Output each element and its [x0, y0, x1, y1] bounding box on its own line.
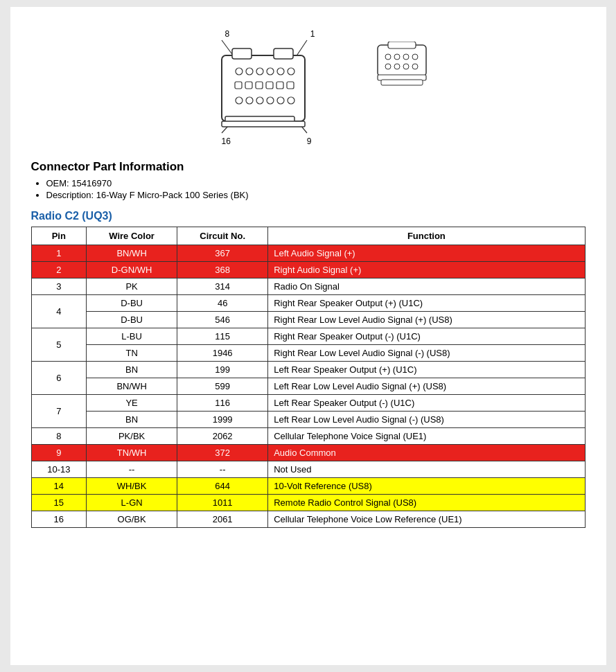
cell-pin: 2 — [31, 262, 87, 278]
table-row: 16OG/BK2061Cellular Telephone Voice Low … — [31, 511, 585, 528]
cell-circuit: 367 — [177, 245, 268, 262]
cell-wire-color: D-BU — [87, 312, 177, 328]
table-row: 14WH/BK64410-Volt Reference (US8) — [31, 478, 585, 495]
svg-point-29 — [385, 54, 391, 60]
cell-circuit: 372 — [177, 445, 268, 461]
cell-pin: 10-13 — [31, 461, 87, 478]
cell-wire-color: D-BU — [87, 295, 177, 312]
table-row: TN1946Right Rear Low Level Audio Signal … — [31, 345, 585, 362]
svg-point-13 — [277, 68, 284, 75]
connector-svg-small-svg — [371, 42, 433, 90]
cell-circuit: 46 — [177, 295, 268, 312]
svg-rect-6 — [274, 48, 293, 59]
cell-function: Right Rear Speaker Output (-) (U1C) — [268, 328, 585, 345]
cell-function: Cellular Telephone Voice Low Reference (… — [268, 511, 585, 528]
svg-rect-16 — [245, 82, 252, 89]
cell-circuit: 1999 — [177, 412, 268, 428]
svg-rect-38 — [381, 80, 423, 85]
cell-wire-color: BN/WH — [87, 378, 177, 395]
svg-point-26 — [288, 97, 294, 104]
cell-function: Right Rear Low Level Audio Signal (+) (U… — [268, 312, 585, 328]
svg-point-23 — [256, 97, 263, 104]
svg-point-25 — [277, 97, 284, 104]
cell-circuit: 1946 — [177, 345, 268, 362]
svg-rect-28 — [388, 42, 416, 48]
cell-circuit: -- — [177, 461, 268, 478]
cell-circuit: 2061 — [177, 511, 268, 528]
connector-part-info-heading: Connector Part Information — [31, 160, 586, 174]
cell-circuit: 199 — [177, 362, 268, 378]
svg-point-32 — [412, 54, 418, 60]
svg-rect-8 — [222, 121, 305, 127]
cell-wire-color: BN — [87, 412, 177, 428]
svg-rect-15 — [235, 82, 242, 89]
svg-rect-17 — [256, 82, 263, 89]
table-row: 4D-BU46Right Rear Speaker Output (+) (U1… — [31, 295, 585, 312]
cell-wire-color: L-BU — [87, 328, 177, 345]
cell-pin: 8 — [31, 428, 87, 445]
cell-circuit: 599 — [177, 378, 268, 395]
cell-wire-color: L-GN — [87, 495, 177, 511]
cell-wire-color: PK — [87, 278, 177, 295]
diagram-area: 8 1 — [31, 21, 586, 148]
table-row: 15L-GN1011Remote Radio Control Signal (U… — [31, 495, 585, 511]
cell-wire-color: -- — [87, 461, 177, 478]
cell-circuit: 314 — [177, 278, 268, 295]
cell-pin: 5 — [31, 328, 87, 362]
cell-function: Cellular Telephone Voice Signal (UE1) — [268, 428, 585, 445]
cell-function: 10-Volt Reference (US8) — [268, 478, 585, 495]
label-16: 16 — [222, 136, 231, 146]
table-header-row: Pin Wire Color Circuit No. Function — [31, 227, 585, 245]
svg-point-36 — [412, 64, 418, 69]
label-1: 1 — [310, 29, 315, 39]
cell-pin: 1 — [31, 245, 87, 262]
connector-part-info: Connector Part Information OEM: 15416970… — [31, 160, 586, 200]
cell-wire-color: PK/BK — [87, 428, 177, 445]
svg-point-10 — [246, 68, 253, 75]
connector-part-info-list: OEM: 15416970 Description: 16-Way F Micr… — [31, 178, 586, 200]
cell-circuit: 644 — [177, 478, 268, 495]
cell-circuit: 546 — [177, 312, 268, 328]
table-row: 5L-BU115Right Rear Speaker Output (-) (U… — [31, 328, 585, 345]
connector-main-diagram: 8 1 — [184, 28, 343, 148]
cell-wire-color: BN/WH — [87, 245, 177, 262]
cell-pin: 16 — [31, 511, 87, 528]
cell-function: Not Used — [268, 461, 585, 478]
cell-function: Remote Radio Control Signal (US8) — [268, 495, 585, 511]
svg-point-34 — [394, 64, 400, 69]
cell-wire-color: WH/BK — [87, 478, 177, 495]
col-header-wire-color: Wire Color — [87, 227, 177, 245]
table-row: BN/WH599Left Rear Low Level Audio Signal… — [31, 378, 585, 395]
table-row: 7YE116Left Rear Speaker Output (-) (U1C) — [31, 395, 585, 412]
svg-rect-18 — [266, 82, 273, 89]
table-row: 1BN/WH367Left Audio Signal (+) — [31, 245, 585, 262]
svg-point-35 — [403, 64, 409, 69]
cell-wire-color: OG/BK — [87, 511, 177, 528]
svg-rect-20 — [287, 82, 294, 89]
cell-wire-color: TN — [87, 345, 177, 362]
cell-function: Left Rear Low Level Audio Signal (-) (US… — [268, 412, 585, 428]
svg-point-22 — [246, 97, 253, 104]
svg-point-21 — [236, 97, 243, 104]
cell-function: Radio On Signal — [268, 278, 585, 295]
svg-rect-27 — [378, 45, 426, 76]
cell-function: Left Rear Speaker Output (-) (U1C) — [268, 395, 585, 412]
cell-wire-color: YE — [87, 395, 177, 412]
table-row: 10-13----Not Used — [31, 461, 585, 478]
cell-function: Left Audio Signal (+) — [268, 245, 585, 262]
wiring-table: Pin Wire Color Circuit No. Function 1BN/… — [31, 227, 586, 528]
cell-circuit: 2062 — [177, 428, 268, 445]
cell-circuit: 368 — [177, 262, 268, 278]
connector-part-description: Description: 16-Way F Micro-Pack 100 Ser… — [46, 190, 586, 200]
col-header-function: Function — [268, 227, 585, 245]
svg-point-14 — [288, 68, 294, 75]
label-8: 8 — [225, 29, 230, 39]
cell-circuit: 115 — [177, 328, 268, 345]
cell-pin: 6 — [31, 362, 87, 395]
cell-circuit: 1011 — [177, 495, 268, 511]
page-container: 8 1 — [10, 7, 606, 665]
connector-small-diagram — [371, 35, 433, 92]
cell-function: Right Rear Low Level Audio Signal (-) (U… — [268, 345, 585, 362]
cell-pin: 9 — [31, 445, 87, 461]
cell-function: Left Rear Speaker Output (+) (U1C) — [268, 362, 585, 378]
